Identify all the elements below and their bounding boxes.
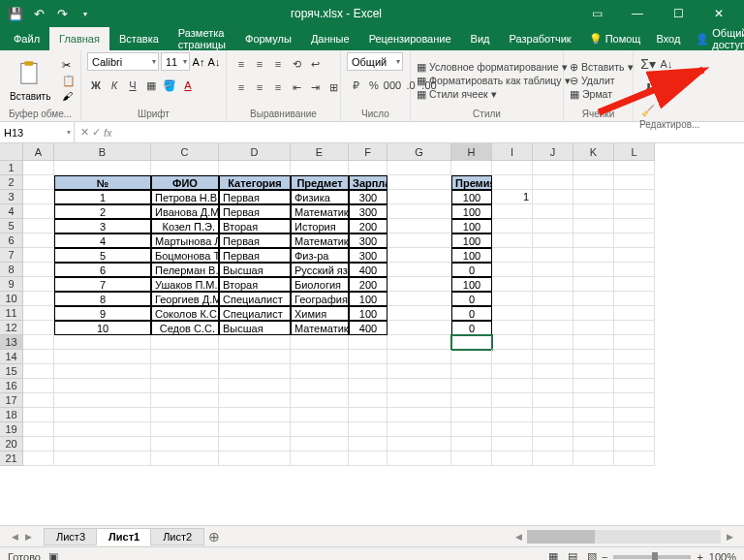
cell[interactable]: 300 <box>349 233 388 248</box>
cancel-formula-icon[interactable]: ✕ <box>80 126 89 139</box>
cell[interactable]: 0 <box>451 306 492 321</box>
bold-icon[interactable]: Ж <box>87 77 105 94</box>
cell[interactable] <box>388 277 451 292</box>
cell[interactable]: Первая <box>219 204 291 219</box>
cell[interactable] <box>54 451 151 466</box>
cell[interactable] <box>151 364 219 379</box>
cell[interactable] <box>388 364 451 379</box>
merge-icon[interactable]: ⊞ <box>325 78 342 96</box>
cell[interactable] <box>574 292 614 306</box>
fill-icon[interactable]: ⬇ <box>639 78 657 96</box>
cell[interactable] <box>533 204 574 219</box>
cell[interactable] <box>388 437 451 451</box>
row-header[interactable]: 21 <box>0 451 23 466</box>
cell[interactable] <box>23 321 54 335</box>
cell[interactable] <box>533 335 574 350</box>
zoom-level[interactable]: 100% <box>709 551 736 561</box>
cell[interactable]: Математика <box>291 204 349 219</box>
row-header[interactable]: 17 <box>0 393 23 408</box>
cell[interactable]: Математика <box>291 233 349 248</box>
cell[interactable] <box>533 175 574 190</box>
cell[interactable] <box>219 393 291 408</box>
column-header[interactable]: D <box>219 143 291 161</box>
tab-home[interactable]: Главная <box>49 27 109 50</box>
cell[interactable] <box>614 263 655 277</box>
cell[interactable]: Вторая <box>219 219 291 233</box>
cell[interactable]: 100 <box>451 233 492 248</box>
cell[interactable] <box>574 263 614 277</box>
cell[interactable] <box>151 437 219 451</box>
cell[interactable] <box>291 451 349 466</box>
cell[interactable]: Козел П.Э. <box>151 219 219 233</box>
row-header[interactable]: 4 <box>0 204 23 219</box>
cell[interactable] <box>533 233 574 248</box>
cell[interactable]: 100 <box>451 277 492 292</box>
cell[interactable]: Математика <box>291 321 349 335</box>
row-header[interactable]: 14 <box>0 350 23 364</box>
cell[interactable] <box>451 364 492 379</box>
redo-icon[interactable]: ↷ <box>52 4 72 23</box>
align-left-icon[interactable]: ≡ <box>232 78 250 96</box>
cell[interactable] <box>151 393 219 408</box>
cell[interactable] <box>388 204 451 219</box>
cell[interactable] <box>533 350 574 364</box>
cell[interactable] <box>291 364 349 379</box>
paste-button[interactable]: Вставить <box>6 58 54 104</box>
cell[interactable] <box>574 408 614 422</box>
cell[interactable] <box>23 306 54 321</box>
column-header[interactable]: B <box>54 143 151 161</box>
cell[interactable]: 7 <box>54 277 151 292</box>
format-cells-button[interactable]: ▦Эрмат <box>570 88 634 100</box>
cell[interactable]: 400 <box>349 321 388 335</box>
macro-record-icon[interactable]: ▣ <box>48 550 58 560</box>
cell[interactable] <box>614 422 655 437</box>
format-as-table-button[interactable]: ▦Форматировать как таблицу▾ <box>417 75 571 86</box>
cell[interactable] <box>614 321 655 335</box>
cell[interactable] <box>219 451 291 466</box>
cell[interactable] <box>574 422 614 437</box>
cell[interactable]: Специалист <box>219 306 291 321</box>
cell[interactable] <box>533 379 574 393</box>
cell[interactable]: Высшая <box>219 321 291 335</box>
cell[interactable]: Седов С.С. <box>151 321 219 335</box>
column-header[interactable]: E <box>291 143 349 161</box>
cell[interactable] <box>533 422 574 437</box>
cell[interactable] <box>349 422 388 437</box>
cell[interactable] <box>388 190 451 204</box>
wrap-text-icon[interactable]: ↩ <box>306 55 324 73</box>
orientation-icon[interactable]: ⟲ <box>288 55 305 73</box>
cell[interactable] <box>388 379 451 393</box>
cell[interactable] <box>492 379 533 393</box>
cell[interactable] <box>492 306 533 321</box>
cell[interactable]: 100 <box>349 306 388 321</box>
cell[interactable] <box>492 451 533 466</box>
cell[interactable] <box>219 364 291 379</box>
maximize-icon[interactable]: ☐ <box>659 2 698 25</box>
cell[interactable] <box>574 248 614 263</box>
tab-review[interactable]: Рецензирование <box>359 27 461 50</box>
zoom-out-button[interactable]: − <box>602 551 607 561</box>
decrease-indent-icon[interactable]: ⇤ <box>288 78 305 96</box>
cell[interactable]: Предмет <box>291 175 349 190</box>
decrease-font-icon[interactable]: A↓ <box>207 55 221 69</box>
cell[interactable] <box>492 204 533 219</box>
cell[interactable]: Петрова Н.В. <box>151 190 219 204</box>
cell[interactable] <box>219 437 291 451</box>
cell[interactable] <box>219 350 291 364</box>
add-sheet-button[interactable]: ⊕ <box>203 529 225 544</box>
cell[interactable] <box>23 379 54 393</box>
cell[interactable] <box>614 161 655 175</box>
column-header[interactable]: F <box>349 143 388 161</box>
cell[interactable]: 4 <box>54 233 151 248</box>
cell[interactable]: 100 <box>349 292 388 306</box>
border-icon[interactable]: ▦ <box>142 77 160 94</box>
align-middle-icon[interactable]: ≡ <box>251 55 268 73</box>
cell[interactable] <box>54 161 151 175</box>
row-header[interactable]: 7 <box>0 248 23 263</box>
column-header[interactable]: G <box>388 143 451 161</box>
cell[interactable]: 3 <box>54 219 151 233</box>
cell[interactable] <box>451 161 492 175</box>
page-break-view-icon[interactable]: ▧ <box>582 549 602 561</box>
cell[interactable] <box>574 437 614 451</box>
fill-color-icon[interactable]: 🪣 <box>161 77 178 94</box>
